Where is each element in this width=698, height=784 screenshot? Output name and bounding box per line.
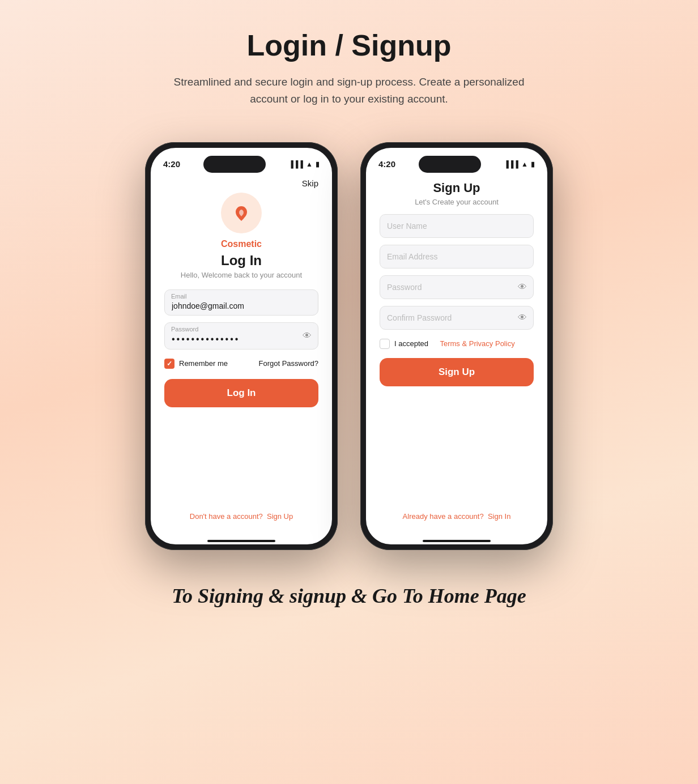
signup-bottom-text: Already have a account? xyxy=(403,512,484,521)
remember-label: Remember me xyxy=(179,359,228,368)
login-button[interactable]: Log In xyxy=(164,379,318,407)
forgot-password-link[interactable]: Forgot Password? xyxy=(259,359,319,368)
remember-left: Remember me xyxy=(164,359,228,369)
login-dynamic-island xyxy=(203,156,266,173)
confirm-password-input[interactable] xyxy=(380,306,534,330)
terms-checkbox[interactable] xyxy=(380,339,390,349)
terms-left: I accepted Terms & Privacy Policy xyxy=(380,339,515,349)
signup-status-time: 4:20 xyxy=(378,159,395,169)
signup-password-eye-icon[interactable]: 👁 xyxy=(518,282,527,292)
battery-icon: ▮ xyxy=(316,160,320,168)
login-bottom-link: Don't have a account? Sign Up xyxy=(164,512,318,525)
signup-status-bar: 4:20 ▐▐▐ ▲ ▮ xyxy=(366,148,547,176)
page-subtitle: Streamlined and secure login and sign-up… xyxy=(168,74,530,108)
signup-password-input[interactable] xyxy=(380,275,534,299)
login-phone: 4:20 ▐▐▐ ▲ ▮ Skip xyxy=(145,142,338,550)
signup-dynamic-island xyxy=(419,156,481,173)
signup-phone: 4:20 ▐▐▐ ▲ ▮ Sign Up Let's Create your a… xyxy=(360,142,553,550)
signal-icon: ▐▐▐ xyxy=(289,160,304,168)
signup-status-icons: ▐▐▐ ▲ ▮ xyxy=(504,160,535,168)
signup-email-group xyxy=(380,245,534,269)
brand-name: Cosmetic xyxy=(164,239,318,249)
remember-checkbox[interactable] xyxy=(164,359,174,369)
wifi-icon: ▲ xyxy=(306,160,313,168)
signup-phone-screen: 4:20 ▐▐▐ ▲ ▮ Sign Up Let's Create your a… xyxy=(366,148,547,544)
logo-circle xyxy=(221,193,262,233)
battery-icon: ▮ xyxy=(531,160,535,168)
page-title: Login / Signup xyxy=(246,28,451,62)
email-input[interactable] xyxy=(164,289,318,316)
terms-row: I accepted Terms & Privacy Policy xyxy=(380,339,534,349)
email-group: Email xyxy=(164,289,318,316)
signup-signin-link[interactable]: Sign In xyxy=(488,512,510,521)
login-title: Log In xyxy=(164,253,318,269)
phones-row: 4:20 ▐▐▐ ▲ ▮ Skip xyxy=(145,142,553,550)
signup-password-group: 👁 xyxy=(380,275,534,299)
login-home-indicator xyxy=(207,540,275,542)
username-group xyxy=(380,214,534,238)
signal-icon: ▐▐▐ xyxy=(504,160,519,168)
login-status-icons: ▐▐▐ ▲ ▮ xyxy=(289,160,320,168)
logo-icon xyxy=(230,202,253,224)
signup-content: Sign Up Let's Create your account 👁 xyxy=(366,176,547,536)
password-label: Password xyxy=(171,326,198,333)
signup-bottom-link: Already have a account? Sign In xyxy=(380,512,534,525)
login-status-bar: 4:20 ▐▐▐ ▲ ▮ xyxy=(151,148,332,176)
confirm-password-group: 👁 xyxy=(380,306,534,330)
email-label: Email xyxy=(171,293,187,300)
signup-button[interactable]: Sign Up xyxy=(380,358,534,386)
login-phone-screen: 4:20 ▐▐▐ ▲ ▮ Skip xyxy=(151,148,332,544)
wifi-icon: ▲ xyxy=(521,160,528,168)
login-signup-link[interactable]: Sign Up xyxy=(267,512,293,521)
remember-row: Remember me Forgot Password? xyxy=(164,359,318,369)
terms-prefix: I accepted xyxy=(394,339,428,348)
signup-title: Sign Up xyxy=(380,181,534,195)
terms-link[interactable]: Terms & Privacy Policy xyxy=(440,339,514,348)
login-status-time: 4:20 xyxy=(163,159,180,169)
username-input[interactable] xyxy=(380,214,534,238)
login-subtitle: Hello, Welcome back to your account xyxy=(164,271,318,279)
signup-home-indicator xyxy=(423,540,491,542)
login-bottom-text: Don't have a account? xyxy=(190,512,263,521)
password-eye-icon[interactable]: 👁 xyxy=(303,331,312,341)
skip-button[interactable]: Skip xyxy=(302,178,318,188)
password-group: Password 👁 xyxy=(164,322,318,350)
page-footer: To Signing & signup & Go To Home Page xyxy=(172,584,526,608)
confirm-password-eye-icon[interactable]: 👁 xyxy=(518,313,527,323)
signup-subtitle: Let's Create your account xyxy=(380,198,534,206)
signup-email-input[interactable] xyxy=(380,245,534,269)
login-content: Skip Cosmetic Log In Hello, Welcome back… xyxy=(151,176,332,536)
